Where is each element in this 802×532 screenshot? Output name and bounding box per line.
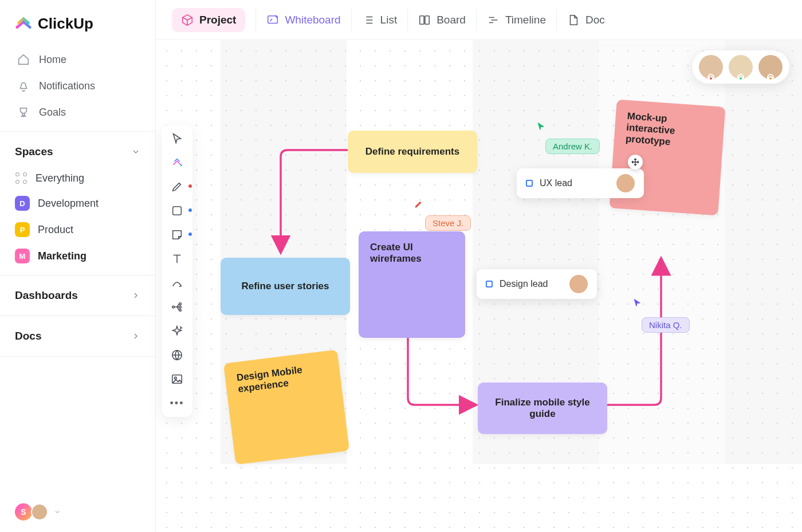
- chevron-right-icon: [131, 291, 140, 300]
- tool-connector[interactable]: [170, 276, 184, 290]
- nav-goals[interactable]: Goals: [0, 99, 155, 125]
- cursor-andrew-icon: [536, 121, 547, 132]
- tool-sticky[interactable]: [170, 228, 184, 242]
- card-create-wireframes[interactable]: Create UI wireframes: [359, 231, 465, 338]
- user-badge-andrew: Andrew K.: [545, 139, 600, 154]
- whiteboard-canvas[interactable]: ••• Define requirements Refine user stor…: [156, 40, 802, 532]
- swimlane: [725, 40, 802, 464]
- cube-icon: [181, 14, 194, 26]
- chevron-right-icon: [131, 332, 140, 341]
- chevron-down-icon: [131, 147, 140, 156]
- nav-notifications-label: Notifications: [39, 80, 95, 92]
- whiteboard-icon: [266, 14, 279, 26]
- task-checkbox-icon: [486, 281, 493, 287]
- tool-pen[interactable]: [170, 180, 184, 194]
- collaborators[interactable]: [692, 50, 789, 84]
- project-chip[interactable]: Project: [172, 8, 245, 32]
- tab-whiteboard-label: Whiteboard: [285, 14, 340, 26]
- collaborator-avatar[interactable]: [699, 55, 723, 79]
- chevron-down-icon: [54, 509, 61, 515]
- tool-text[interactable]: [170, 252, 184, 266]
- spaces-header[interactable]: Spaces: [0, 137, 155, 166]
- tab-list[interactable]: List: [351, 9, 408, 31]
- nav-notifications[interactable]: Notifications: [0, 73, 155, 99]
- chip-design-lead[interactable]: Design lead: [477, 269, 597, 299]
- tool-shape[interactable]: [170, 204, 184, 218]
- tab-board-label: Board: [437, 14, 466, 26]
- home-icon: [17, 53, 30, 66]
- card-finalize-style-guide[interactable]: Finalize mobile style guide: [478, 383, 607, 434]
- user-badge-steve: Steve J.: [425, 215, 471, 231]
- tool-more[interactable]: •••: [170, 396, 184, 410]
- svg-point-6: [179, 306, 182, 308]
- tool-clickup-item[interactable]: [170, 156, 184, 170]
- user-initial-badge: S: [15, 503, 32, 521]
- space-marketing[interactable]: M Marketing: [0, 243, 155, 269]
- docs-label: Docs: [15, 330, 41, 342]
- docs-link[interactable]: Docs: [0, 322, 155, 350]
- user-avatar: [31, 503, 48, 521]
- move-handle[interactable]: [628, 155, 643, 170]
- clickup-logo-icon: [15, 15, 32, 33]
- collaborator-avatar[interactable]: [758, 55, 783, 79]
- tool-ai[interactable]: [170, 324, 184, 338]
- whiteboard-toolbar: •••: [162, 125, 192, 417]
- tab-list-label: List: [380, 14, 398, 26]
- app-logo[interactable]: ClickUp: [0, 10, 155, 46]
- tab-board[interactable]: Board: [407, 9, 476, 31]
- space-badge-p: P: [15, 222, 30, 237]
- everything-icon: [15, 172, 27, 184]
- project-label: Project: [199, 14, 236, 26]
- card-design-mobile[interactable]: Design Mobile experience: [223, 349, 349, 464]
- dashboards-link[interactable]: Dashboards: [0, 281, 155, 310]
- cursor-nikita-icon: [632, 298, 643, 308]
- space-product-label: Product: [38, 224, 73, 236]
- divider: [0, 356, 155, 357]
- tab-timeline-label: Timeline: [505, 14, 546, 26]
- svg-rect-1: [420, 15, 424, 24]
- sidebar: ClickUp Home Notifications Goals Spaces …: [0, 0, 156, 532]
- space-product[interactable]: P Product: [0, 216, 155, 243]
- tab-doc-label: Doc: [585, 14, 605, 26]
- tab-whiteboard[interactable]: Whiteboard: [255, 9, 351, 31]
- trophy-icon: [17, 106, 30, 119]
- svg-point-10: [174, 377, 176, 379]
- nav-home[interactable]: Home: [0, 46, 155, 73]
- card-label: Define requirements: [365, 146, 459, 157]
- bell-icon: [17, 80, 30, 92]
- card-refine-user-stories[interactable]: Refine user stories: [221, 258, 350, 315]
- divider: [0, 316, 155, 316]
- tab-doc[interactable]: Doc: [556, 9, 615, 31]
- space-development-label: Development: [38, 198, 99, 210]
- timeline-icon: [487, 14, 500, 26]
- pen-cursor-steve-icon: [414, 199, 424, 210]
- divider: [0, 131, 155, 132]
- tool-image[interactable]: [170, 372, 184, 386]
- nav-goals-label: Goals: [39, 107, 66, 119]
- card-label: Design Mobile experience: [236, 364, 303, 395]
- space-badge-m: M: [15, 249, 30, 263]
- tool-cursor[interactable]: [170, 132, 184, 145]
- collaborator-avatar[interactable]: [729, 55, 753, 79]
- board-icon: [418, 14, 431, 26]
- dashboards-label: Dashboards: [15, 289, 78, 302]
- card-label: Finalize mobile style guide: [489, 397, 596, 420]
- nav-home-label: Home: [39, 54, 66, 66]
- doc-icon: [567, 14, 580, 26]
- svg-point-4: [172, 306, 175, 308]
- tool-web[interactable]: [170, 348, 184, 362]
- chip-label: UX lead: [540, 178, 572, 188]
- space-everything[interactable]: Everything: [0, 166, 155, 190]
- list-icon: [362, 14, 375, 26]
- card-define-requirements[interactable]: Define requirements: [348, 131, 477, 173]
- chip-ux-lead[interactable]: UX lead: [517, 168, 644, 198]
- task-checkbox-icon: [526, 180, 533, 187]
- user-menu[interactable]: S: [0, 492, 155, 532]
- tab-timeline[interactable]: Timeline: [476, 9, 556, 31]
- tool-mindmap[interactable]: [170, 300, 184, 314]
- svg-point-7: [179, 309, 182, 312]
- space-development[interactable]: D Development: [0, 190, 155, 216]
- chip-label: Design lead: [500, 279, 548, 289]
- card-label: Create UI wireframes: [370, 242, 422, 264]
- user-badge-nikita: Nikita Q.: [642, 317, 690, 333]
